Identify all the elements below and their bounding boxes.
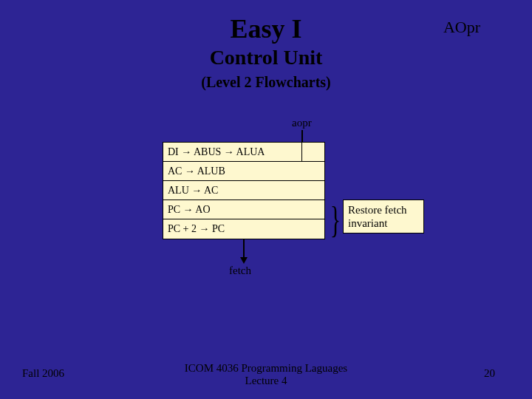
note-line: invariant — [348, 216, 419, 230]
flow-row: AC → ALUB — [163, 162, 324, 181]
flow-row: PC → AO — [163, 200, 324, 219]
flow-row: ALU → AC — [163, 181, 324, 200]
slide-number: 20 — [484, 367, 495, 380]
footer-center: ICOM 4036 Programming Laguages Lecture 4 — [0, 362, 532, 387]
fetch-label: fetch — [229, 265, 251, 277]
entry-label: aopr — [292, 117, 312, 129]
flow-row: PC + 2 → PC — [163, 219, 324, 239]
aopr-heading: AOpr — [443, 18, 480, 37]
entry-arrow — [301, 130, 303, 142]
flow-block: DI → ABUS → ALUA AC → ALUB ALU → AC PC →… — [163, 142, 325, 239]
flow-row: DI → ABUS → ALUA — [163, 143, 324, 162]
restore-fetch-note: Restore fetch invariant — [343, 200, 424, 233]
slide-subtitle: Control Unit — [0, 46, 532, 69]
note-line: Restore fetch — [348, 203, 419, 216]
slide-subtitle-2: (Level 2 Flowcharts) — [0, 74, 532, 91]
brace-icon: } — [330, 201, 341, 238]
exit-arrow — [243, 239, 245, 263]
